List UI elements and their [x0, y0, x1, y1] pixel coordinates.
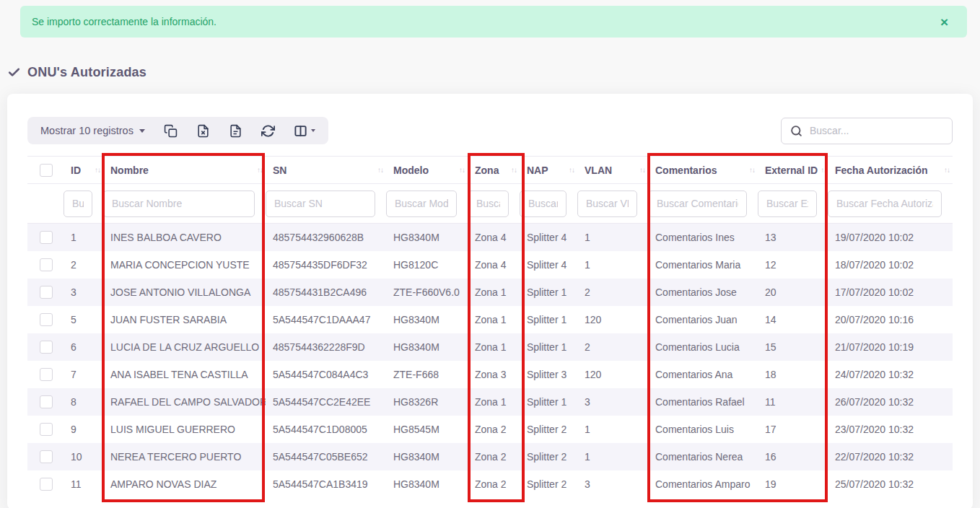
- sort-icon: ↑↓: [746, 166, 755, 174]
- table-row: 2MARIA CONCEPCION YUSTE485754435DF6DF32H…: [27, 251, 953, 279]
- cell-nap: Splitter 1: [520, 388, 577, 416]
- column-header-modelo[interactable]: Modelo↑↓: [386, 157, 468, 184]
- filter-fecha-input[interactable]: [828, 190, 942, 217]
- column-header-id[interactable]: ID↑↓: [64, 157, 103, 184]
- column-label-modelo: Modelo: [393, 165, 429, 176]
- refresh-button[interactable]: [261, 124, 275, 138]
- cell-nap: Splitter 4: [520, 224, 577, 251]
- export-file-icon: [229, 124, 242, 138]
- cell-id: 2: [64, 251, 103, 279]
- cell-sn: 485754431B2CA496: [266, 279, 386, 306]
- column-header-vlan[interactable]: VLAN↑↓: [577, 157, 648, 184]
- row-checkbox[interactable]: [40, 258, 53, 271]
- cell-sn: 5A544547C084A4C3: [266, 361, 386, 388]
- select-all-checkbox[interactable]: [40, 164, 53, 177]
- column-header-fecha[interactable]: Fecha Autorización↑↓: [828, 157, 953, 184]
- search-input[interactable]: [810, 125, 943, 136]
- cell-comentarios: Comentarios Nerea: [648, 443, 758, 470]
- column-header-external_id[interactable]: External ID↑↓: [758, 157, 828, 184]
- filter-zona-input[interactable]: [468, 190, 509, 217]
- row-checkbox[interactable]: [40, 395, 53, 408]
- cell-comentarios: Comentarios Jose: [648, 279, 758, 306]
- column-visibility-icon: [294, 124, 307, 138]
- cell-external_id: 17: [758, 416, 828, 443]
- cell-nombre: RAFAEL DEL CAMPO SALVADOR: [103, 388, 266, 416]
- cell-external_id: 20: [758, 279, 828, 306]
- cell-external_id: 12: [758, 251, 828, 279]
- cell-vlan: 120: [577, 361, 648, 388]
- cell-vlan: 1: [577, 416, 648, 443]
- table-row: 1INES BALBOA CAVERO485754432960628BHG834…: [27, 224, 953, 251]
- row-select-cell: [27, 306, 64, 333]
- column-header-sn[interactable]: SN↑↓: [266, 157, 386, 184]
- cell-external_id: 11: [758, 388, 828, 416]
- cell-modelo: HG8326R: [386, 388, 468, 416]
- cell-zona: Zona 2: [468, 416, 520, 443]
- cell-vlan: 2: [577, 279, 648, 306]
- cell-vlan: 120: [577, 306, 648, 333]
- cell-zona: Zona 2: [468, 470, 520, 498]
- cell-id: 1: [64, 224, 103, 251]
- cell-zona: Zona 3: [468, 361, 520, 388]
- column-header-comentarios[interactable]: Comentarios↑↓: [648, 157, 758, 184]
- sort-icon: ↑↓: [456, 166, 465, 174]
- cell-modelo: ZTE-F660V6.0: [386, 279, 468, 306]
- row-checkbox[interactable]: [40, 231, 53, 244]
- success-alert: Se importo correctamente la información.…: [20, 6, 967, 38]
- filter-id-input[interactable]: [64, 190, 92, 217]
- cell-id: 10: [64, 443, 103, 470]
- filter-sn-input[interactable]: [266, 190, 375, 217]
- row-select-cell: [27, 224, 64, 251]
- column-header-nombre[interactable]: Nombre↑↓: [103, 157, 266, 184]
- cell-external_id: 16: [758, 443, 828, 470]
- filter-cell-nap: [520, 184, 577, 224]
- filter-nombre-input[interactable]: [103, 190, 255, 217]
- column-label-zona: Zona: [475, 165, 499, 176]
- export-file-button[interactable]: [229, 124, 242, 138]
- row-checkbox[interactable]: [40, 286, 53, 299]
- cell-modelo: HG8545M: [386, 416, 468, 443]
- filter-external_id-input[interactable]: [758, 190, 817, 217]
- column-label-nombre: Nombre: [110, 165, 149, 176]
- copy-button[interactable]: [164, 124, 178, 138]
- cell-comentarios: Comentarios Ines: [648, 224, 758, 251]
- table-filter-row: [27, 184, 953, 224]
- filter-nap-input[interactable]: [520, 190, 566, 217]
- row-checkbox[interactable]: [40, 341, 53, 354]
- column-visibility-button[interactable]: [294, 124, 315, 138]
- column-label-fecha: Fecha Autorización: [835, 165, 928, 176]
- cell-id: 3: [64, 279, 103, 306]
- search-icon: [790, 125, 802, 137]
- row-checkbox[interactable]: [40, 478, 53, 491]
- cell-zona: Zona 1: [468, 279, 520, 306]
- cell-comentarios: Comentarios Juan: [648, 306, 758, 333]
- row-checkbox[interactable]: [40, 423, 53, 436]
- length-menu-button[interactable]: Mostrar 10 registros: [40, 125, 145, 136]
- alert-close-button[interactable]: ×: [933, 12, 955, 32]
- toolbar-button-group: Mostrar 10 registros: [27, 117, 328, 144]
- column-label-sn: SN: [273, 165, 286, 176]
- sort-icon: ↑↓: [818, 166, 826, 174]
- column-header-nap[interactable]: NAP↑↓: [520, 157, 577, 184]
- cell-modelo: HG8340M: [386, 333, 468, 361]
- sort-icon: ↑↓: [566, 166, 574, 174]
- export-excel-button[interactable]: [196, 124, 210, 138]
- filter-comentarios-input[interactable]: [648, 190, 747, 217]
- cell-sn: 5A544547CC2E42EE: [266, 388, 386, 416]
- cell-zona: Zona 4: [468, 251, 520, 279]
- table-row: 7ANA ISABEL TENA CASTILLA5A544547C084A4C…: [27, 361, 953, 388]
- select-all-header: [27, 157, 64, 184]
- row-checkbox[interactable]: [40, 313, 53, 326]
- cell-zona: Zona 1: [468, 388, 520, 416]
- row-checkbox[interactable]: [40, 368, 53, 381]
- sort-icon: ↑↓: [508, 166, 517, 174]
- row-checkbox[interactable]: [40, 450, 53, 463]
- cell-modelo: HG8340M: [386, 443, 468, 470]
- filter-vlan-input[interactable]: [577, 190, 637, 217]
- table-row: 8RAFAEL DEL CAMPO SALVADOR5A544547CC2E42…: [27, 388, 953, 416]
- cell-vlan: 3: [577, 470, 648, 498]
- column-header-zona[interactable]: Zona↑↓: [468, 157, 520, 184]
- filter-modelo-input[interactable]: [386, 190, 457, 217]
- cell-vlan: 1: [577, 251, 648, 279]
- cell-zona: Zona 1: [468, 306, 520, 333]
